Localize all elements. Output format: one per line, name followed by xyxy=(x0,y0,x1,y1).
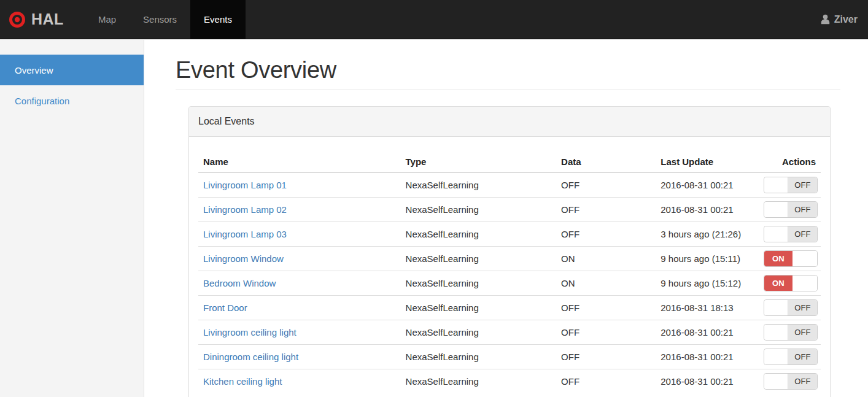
event-name-link[interactable]: Livingroom Window xyxy=(203,253,284,264)
event-actions-cell: OFF xyxy=(759,295,821,320)
nav-item-events[interactable]: Events xyxy=(190,0,246,39)
event-last-update-cell: 3 hours ago (21:26) xyxy=(656,222,758,246)
event-name-link[interactable]: Kitchen ceiling light xyxy=(203,376,282,387)
event-actions-cell: ON xyxy=(759,271,821,295)
column-header-data: Data xyxy=(556,146,656,172)
event-type-cell: NexaSelfLearning xyxy=(401,271,557,295)
event-name-link[interactable]: Livingroom ceiling light xyxy=(203,327,296,337)
toggle-state-label: OFF xyxy=(788,300,816,315)
column-header-last-update: Last Update xyxy=(656,146,758,172)
event-name-link[interactable]: Diningroom ceiling light xyxy=(203,352,298,362)
event-toggle-switch[interactable]: OFF xyxy=(764,299,818,316)
main-nav: Map Sensors Events xyxy=(85,0,246,39)
event-type-cell: NexaSelfLearning xyxy=(401,320,557,344)
event-actions-cell: OFF xyxy=(759,172,821,197)
event-toggle-switch[interactable]: OFF xyxy=(764,324,818,341)
event-name-cell: Bedroom Window xyxy=(198,271,401,295)
event-toggle-switch[interactable]: OFF xyxy=(764,201,818,218)
column-header-actions: Actions xyxy=(759,146,821,172)
main-content: Event Overview Local Events Name Type Da… xyxy=(144,57,868,397)
top-navbar: HAL Map Sensors Events Ziver xyxy=(0,0,868,39)
event-name-link[interactable]: Livingroom Lamp 01 xyxy=(203,180,287,190)
event-actions-cell: OFF xyxy=(759,320,821,344)
table-row: Livingroom ceiling lightNexaSelfLearning… xyxy=(198,320,821,344)
toggle-state-label: OFF xyxy=(788,226,816,242)
toggle-state-label: OFF xyxy=(788,349,816,364)
event-name-cell: Diningroom ceiling light xyxy=(198,344,401,369)
event-name-link[interactable]: Livingroom Lamp 03 xyxy=(203,229,287,239)
event-last-update-cell: 2016-08-31 00:21 xyxy=(656,172,758,197)
event-type-cell: NexaSelfLearning xyxy=(401,222,557,246)
event-toggle-switch[interactable]: OFF xyxy=(764,373,818,390)
nav-item-sensors[interactable]: Sensors xyxy=(130,0,190,39)
event-toggle-switch[interactable]: OFF xyxy=(764,177,818,193)
event-type-cell: NexaSelfLearning xyxy=(401,172,557,197)
event-name-cell: Livingroom Lamp 02 xyxy=(198,197,401,222)
page-title: Event Overview xyxy=(176,57,840,90)
user-icon xyxy=(820,14,831,25)
event-toggle-switch[interactable]: OFF xyxy=(764,349,818,365)
toggle-handle xyxy=(764,226,789,242)
event-type-cell: NexaSelfLearning xyxy=(401,295,557,320)
event-name-link[interactable]: Livingroom Lamp 02 xyxy=(203,204,287,215)
brand-label: HAL xyxy=(31,10,64,28)
toggle-state-label: OFF xyxy=(788,202,816,217)
toggle-handle xyxy=(792,251,817,266)
user-menu[interactable]: Ziver xyxy=(810,0,868,39)
table-header-row: Name Type Data Last Update Actions xyxy=(198,146,821,172)
toggle-handle xyxy=(764,374,789,389)
toggle-handle xyxy=(764,300,789,315)
event-data-cell: ON xyxy=(556,271,656,295)
table-row: Kitchen ceiling lightNexaSelfLearningOFF… xyxy=(198,369,821,393)
event-type-cell: NexaSelfLearning xyxy=(401,344,557,369)
toggle-state-label: OFF xyxy=(788,177,816,193)
panel-heading: Local Events xyxy=(189,107,830,137)
event-toggle-switch[interactable]: ON xyxy=(764,250,818,267)
event-data-cell: OFF xyxy=(556,172,656,197)
nav-item-map[interactable]: Map xyxy=(85,0,130,39)
event-name-cell: Livingroom ceiling light xyxy=(198,320,401,344)
event-actions-cell: ON xyxy=(759,246,821,271)
event-data-cell: OFF xyxy=(556,369,656,393)
event-name-cell: Livingroom Lamp 01 xyxy=(198,172,401,197)
event-data-cell: OFF xyxy=(556,320,656,344)
event-actions-cell: OFF xyxy=(759,222,821,246)
event-name-cell: Front Door xyxy=(198,295,401,320)
event-type-cell: NexaSelfLearning xyxy=(401,246,557,271)
local-events-panel: Local Events Name Type Data Last Update … xyxy=(188,106,831,397)
toggle-state-label: OFF xyxy=(788,374,816,389)
event-name-link[interactable]: Front Door xyxy=(203,303,247,313)
event-last-update-cell: 2016-08-31 00:21 xyxy=(656,344,758,369)
panel-body: Name Type Data Last Update Actions Livin… xyxy=(189,137,830,397)
sidebar: Overview Configuration xyxy=(0,40,144,397)
events-table: Name Type Data Last Update Actions Livin… xyxy=(198,146,821,393)
event-name-cell: Kitchen ceiling light xyxy=(198,369,401,393)
hal-logo-icon xyxy=(9,11,26,28)
event-last-update-cell: 2016-08-31 00:21 xyxy=(656,369,758,393)
toggle-handle xyxy=(764,349,789,364)
event-name-link[interactable]: Bedroom Window xyxy=(203,278,276,288)
event-name-cell: Livingroom Lamp 03 xyxy=(198,222,401,246)
event-last-update-cell: 9 hours ago (15:11) xyxy=(656,246,758,271)
brand[interactable]: HAL xyxy=(0,0,74,39)
event-last-update-cell: 2016-08-31 00:21 xyxy=(656,197,758,222)
table-row: Diningroom ceiling lightNexaSelfLearning… xyxy=(198,344,821,369)
event-last-update-cell: 9 hours ago (15:12) xyxy=(656,271,758,295)
sidebar-item-overview[interactable]: Overview xyxy=(0,55,144,85)
event-toggle-switch[interactable]: OFF xyxy=(764,226,818,242)
toggle-handle xyxy=(764,325,789,340)
sidebar-item-configuration[interactable]: Configuration xyxy=(0,85,144,116)
table-row: Front DoorNexaSelfLearningOFF2016-08-31 … xyxy=(198,295,821,320)
event-data-cell: OFF xyxy=(556,222,656,246)
table-row: Livingroom Lamp 02NexaSelfLearningOFF201… xyxy=(198,197,821,222)
table-row: Bedroom WindowNexaSelfLearningON9 hours … xyxy=(198,271,821,295)
table-row: Livingroom Lamp 03NexaSelfLearningOFF3 h… xyxy=(198,222,821,246)
toggle-state-label: OFF xyxy=(788,325,816,340)
toggle-handle xyxy=(792,276,817,291)
event-toggle-switch[interactable]: ON xyxy=(764,275,818,291)
column-header-type: Type xyxy=(401,146,557,172)
event-type-cell: NexaSelfLearning xyxy=(401,197,557,222)
toggle-handle xyxy=(764,202,789,217)
event-actions-cell: OFF xyxy=(759,344,821,369)
table-row: Livingroom WindowNexaSelfLearningON9 hou… xyxy=(198,246,821,271)
